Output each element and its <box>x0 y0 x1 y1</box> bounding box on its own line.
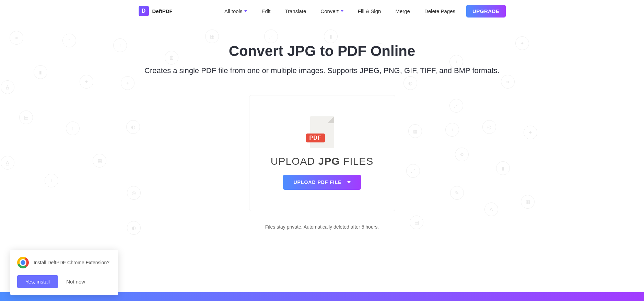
nav-merge[interactable]: Merge <box>395 8 410 14</box>
nav-label: Convert <box>320 8 339 14</box>
chevron-down-icon <box>341 10 343 12</box>
text: UPLOAD <box>271 155 318 167</box>
page-title: Convert JPG to PDF Online <box>0 43 644 59</box>
popup-text: Install DeftPDF Chrome Extension? <box>34 260 109 265</box>
logo-text: DeftPDF <box>152 8 173 14</box>
nav-edit[interactable]: Edit <box>261 8 270 14</box>
logo-icon: D <box>139 6 149 16</box>
caret-down-icon <box>347 181 351 183</box>
upload-button-label: UPLOAD PDF FILE <box>293 180 341 185</box>
nav-delete-pages[interactable]: Delete Pages <box>424 8 455 14</box>
yes-install-button[interactable]: Yes, install <box>17 275 58 288</box>
pdf-badge: PDF <box>306 134 325 142</box>
nav-translate[interactable]: Translate <box>285 8 306 14</box>
page-subtitle: Creates a single PDF file from one or mu… <box>0 66 644 76</box>
nav: All tools Edit Translate Convert Fill & … <box>224 5 506 18</box>
privacy-note: Files stay private. Automatically delete… <box>0 224 644 230</box>
nav-label: All tools <box>224 8 243 14</box>
not-now-button[interactable]: Not now <box>66 279 85 285</box>
text: FILES <box>340 155 374 167</box>
upload-button[interactable]: UPLOAD PDF FILE <box>283 175 361 190</box>
nav-fill-sign[interactable]: Fill & Sign <box>358 8 381 14</box>
text-bold: JPG <box>318 155 340 167</box>
chrome-icon <box>17 257 29 268</box>
nav-all-tools[interactable]: All tools <box>224 8 247 14</box>
header: D DeftPDF All tools Edit Translate Conve… <box>139 0 506 22</box>
nav-convert[interactable]: Convert <box>320 8 343 14</box>
chevron-down-icon <box>244 10 247 12</box>
upgrade-button[interactable]: UPGRADE <box>466 5 506 18</box>
extension-popup: Install DeftPDF Chrome Extension? Yes, i… <box>10 250 118 295</box>
upload-card[interactable]: PDF UPLOAD JPG FILES UPLOAD PDF FILE <box>249 95 395 211</box>
upload-heading: UPLOAD JPG FILES <box>271 155 373 167</box>
main: Convert JPG to PDF Online Creates a sing… <box>0 22 644 230</box>
pdf-file-icon: PDF <box>310 116 334 148</box>
logo[interactable]: D DeftPDF <box>139 6 173 16</box>
